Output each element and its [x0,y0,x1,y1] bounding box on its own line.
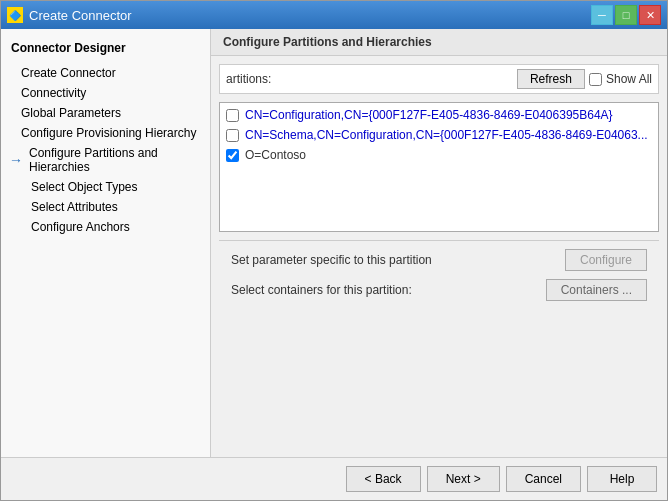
partition-link-2[interactable]: CN=Schema,CN=Configuration,CN={000F127F-… [245,128,648,142]
sidebar-label-select-object-types: Select Object Types [31,180,138,194]
containers-label: Select containers for this partition: [231,283,412,297]
sidebar-item-connectivity[interactable]: Connectivity [1,83,210,103]
minimize-button[interactable]: ─ [591,5,613,25]
show-all-label[interactable]: Show All [589,72,652,86]
configure-button[interactable]: Configure [565,249,647,271]
partitions-list[interactable]: CN=Configuration,CN={000F127F-E405-4836-… [219,102,659,232]
partition-checkbox-2[interactable] [226,129,239,142]
main-window: 🔷 Create Connector ─ □ ✕ Connector Desig… [0,0,668,501]
cancel-button[interactable]: Cancel [506,466,581,492]
show-all-text: Show All [606,72,652,86]
sidebar-label-global-parameters: Global Parameters [21,106,121,120]
close-button[interactable]: ✕ [639,5,661,25]
main-panel: Configure Partitions and Hierarchies art… [211,29,667,457]
footer: < Back Next > Cancel Help [1,457,667,500]
containers-row: Select containers for this partition: Co… [231,279,647,301]
app-icon: 🔷 [7,7,23,23]
main-panel-header: Configure Partitions and Hierarchies [211,29,667,56]
next-button[interactable]: Next > [427,466,500,492]
window-title: Create Connector [29,8,132,23]
sidebar-header: Connector Designer [1,37,210,63]
sidebar-label-configure-anchors: Configure Anchors [31,220,130,234]
title-bar: 🔷 Create Connector ─ □ ✕ [1,1,667,29]
title-bar-controls: ─ □ ✕ [591,5,661,25]
partitions-area: artitions: Refresh Show All CN=Configura… [211,56,667,457]
content-area: Connector Designer Create Connector Conn… [1,29,667,457]
bottom-section: Set parameter specific to this partition… [219,240,659,309]
sidebar-label-configure-partitions: Configure Partitions and Hierarchies [29,146,200,174]
sidebar-item-configure-anchors[interactable]: Configure Anchors [1,217,210,237]
sidebar-item-configure-provisioning[interactable]: Configure Provisioning Hierarchy [1,123,210,143]
list-item[interactable]: CN=Schema,CN=Configuration,CN={000F127F-… [222,125,656,145]
list-item[interactable]: CN=Configuration,CN={000F127F-E405-4836-… [222,105,656,125]
sidebar-item-create-connector[interactable]: Create Connector [1,63,210,83]
help-button[interactable]: Help [587,466,657,492]
sidebar-label-create-connector: Create Connector [21,66,116,80]
sidebar-item-configure-partitions[interactable]: → Configure Partitions and Hierarchies [1,143,210,177]
containers-button[interactable]: Containers ... [546,279,647,301]
list-item[interactable]: O=Contoso [222,145,656,165]
show-all-checkbox[interactable] [589,73,602,86]
partitions-toolbar: artitions: Refresh Show All [219,64,659,94]
current-arrow-icon: → [9,152,23,168]
refresh-button[interactable]: Refresh [517,69,585,89]
spacer [219,317,659,449]
sidebar-label-connectivity: Connectivity [21,86,86,100]
sidebar: Connector Designer Create Connector Conn… [1,29,211,457]
configure-row: Set parameter specific to this partition… [231,249,647,271]
param-label: Set parameter specific to this partition [231,253,432,267]
partition-checkbox-3[interactable] [226,149,239,162]
partition-checkbox-1[interactable] [226,109,239,122]
partition-link-1[interactable]: CN=Configuration,CN={000F127F-E405-4836-… [245,108,613,122]
sidebar-item-select-attributes[interactable]: Select Attributes [1,197,210,217]
back-button[interactable]: < Back [346,466,421,492]
sidebar-label-select-attributes: Select Attributes [31,200,118,214]
partitions-label: artitions: [226,72,271,86]
maximize-button[interactable]: □ [615,5,637,25]
title-bar-left: 🔷 Create Connector [7,7,132,23]
sidebar-item-select-object-types[interactable]: Select Object Types [1,177,210,197]
partition-text-3: O=Contoso [245,148,306,162]
sidebar-item-global-parameters[interactable]: Global Parameters [1,103,210,123]
sidebar-label-configure-provisioning: Configure Provisioning Hierarchy [21,126,196,140]
